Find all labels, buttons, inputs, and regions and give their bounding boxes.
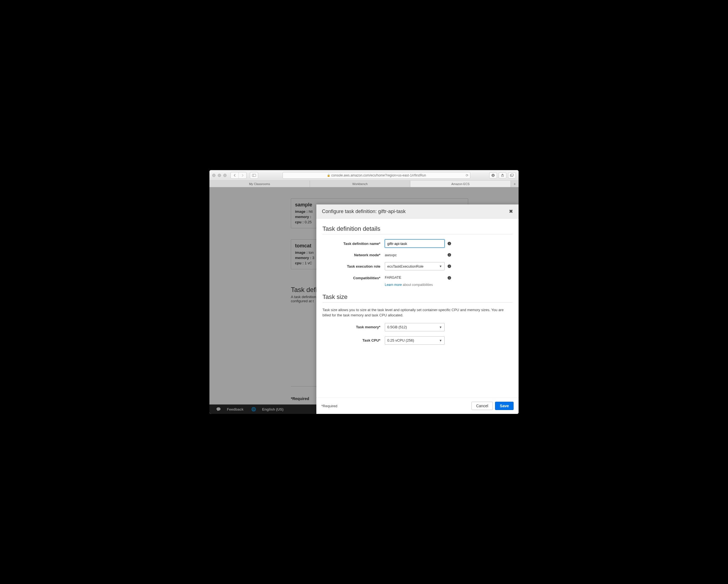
chevron-down-icon: ▼: [439, 326, 442, 329]
required-note: *Required: [321, 404, 337, 408]
configure-task-modal: Configure task definition: giftr-api-tas…: [316, 204, 519, 414]
learn-more-link[interactable]: Learn more: [385, 283, 402, 287]
network-mode-label: Network mode*: [322, 253, 385, 257]
cancel-button[interactable]: Cancel: [471, 402, 493, 410]
network-mode-value: awsvpc: [385, 253, 397, 257]
compatibilities-label: Compatibilities*: [322, 275, 385, 280]
close-window-icon[interactable]: [212, 174, 215, 177]
downloads-button[interactable]: [489, 172, 497, 178]
save-button[interactable]: Save: [495, 402, 514, 410]
task-cpu-label: Task CPU*: [322, 338, 385, 342]
lock-icon: 🔒: [327, 174, 330, 177]
tabs-button[interactable]: [508, 172, 516, 178]
info-icon[interactable]: i: [447, 275, 451, 280]
execution-role-select[interactable]: ecsTaskExecutionRole ▼: [385, 262, 445, 271]
safari-window: 🔒 console.aws.amazon.com/ecs/home?region…: [209, 170, 519, 414]
section-details-title: Task definition details: [322, 225, 513, 232]
info-icon[interactable]: i: [447, 264, 451, 268]
compat-about-text: about compatibilities: [402, 283, 433, 287]
svg-rect-0: [252, 174, 256, 176]
execution-role-label: Task execution role: [322, 264, 385, 269]
chevron-down-icon: ▼: [439, 339, 442, 342]
compatibilities-value: FARGATE: [385, 275, 445, 280]
titlebar: 🔒 console.aws.amazon.com/ecs/home?region…: [209, 170, 519, 181]
forward-button[interactable]: [238, 172, 246, 178]
svg-rect-6: [511, 174, 514, 176]
new-tab-button[interactable]: +: [511, 181, 519, 187]
modal-footer: *Required Cancel Save: [316, 398, 519, 414]
share-button[interactable]: [499, 172, 506, 178]
task-cpu-select[interactable]: 0.25 vCPU (256) ▼: [385, 336, 445, 345]
modal-title: Configure task definition: giftr-api-tas…: [322, 209, 406, 214]
toolbar-right: [489, 172, 516, 178]
url-text: console.aws.amazon.com/ecs/home?region=u…: [331, 173, 426, 177]
tab-workbench[interactable]: Workbench: [310, 181, 411, 187]
chevron-down-icon: ▼: [439, 264, 442, 268]
zoom-window-icon[interactable]: [223, 174, 227, 177]
task-memory-label: Task memory*: [322, 325, 385, 329]
reload-icon[interactable]: ⟳: [466, 173, 468, 177]
task-size-description: Task size allows you to size at the task…: [322, 307, 513, 318]
window-controls: [212, 174, 227, 177]
close-icon[interactable]: ✖: [509, 208, 513, 214]
back-button[interactable]: [231, 172, 238, 178]
task-name-input[interactable]: [385, 239, 445, 248]
tab-amazon-ecs[interactable]: Amazon ECS: [410, 181, 511, 187]
address-bar[interactable]: 🔒 console.aws.amazon.com/ecs/home?region…: [283, 172, 470, 179]
info-icon[interactable]: i: [447, 253, 451, 257]
modal-header: Configure task definition: giftr-api-tas…: [316, 204, 519, 219]
minimize-window-icon[interactable]: [218, 174, 221, 177]
tab-my-classrooms[interactable]: My Classrooms: [209, 181, 310, 187]
sidebar-toggle[interactable]: [250, 172, 258, 179]
task-name-label: Task definition name*: [322, 242, 385, 246]
page-content: sample image : htt memory : cpu : 0.25 t…: [209, 187, 519, 414]
task-memory-select[interactable]: 0.5GB (512) ▼: [385, 323, 445, 331]
section-size-title: Task size: [322, 294, 513, 301]
info-icon[interactable]: i: [447, 242, 451, 246]
browser-tabstrip: My Classrooms Workbench Amazon ECS +: [209, 181, 519, 187]
nav-buttons: [231, 172, 246, 179]
